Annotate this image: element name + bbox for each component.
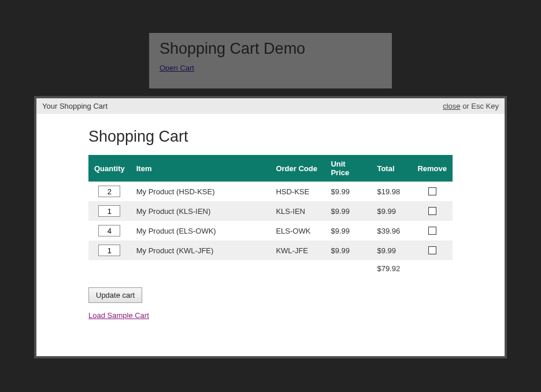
- item-name: My Product (KLS-IEN): [131, 201, 270, 221]
- modal-header-title: Your Shopping Cart: [42, 102, 108, 110]
- modal-close-area: close or Esc Key: [443, 102, 499, 110]
- remove-checkbox[interactable]: [428, 227, 436, 235]
- remove-checkbox[interactable]: [428, 187, 436, 195]
- esc-hint: or Esc Key: [461, 102, 499, 110]
- col-total: Total: [371, 155, 412, 182]
- col-item: Item: [131, 155, 270, 182]
- table-row: My Product (ELS-OWK)ELS-OWK$9.99$39.96: [88, 221, 453, 241]
- order-code: KWL-JFE: [270, 241, 325, 260]
- quantity-input[interactable]: [98, 245, 120, 256]
- quantity-input[interactable]: [98, 186, 120, 197]
- unit-price: $9.99: [325, 182, 371, 201]
- table-row: My Product (HSD-KSE)HSD-KSE$9.99$19.98: [88, 182, 453, 201]
- cart-table: Quantity Item Order Code Unit Price Tota…: [88, 155, 453, 277]
- cart-heading: Shopping Cart: [88, 128, 453, 146]
- line-total: $39.96: [371, 221, 412, 241]
- load-sample-cart-link[interactable]: Load Sample Cart: [88, 311, 149, 320]
- remove-checkbox[interactable]: [428, 207, 436, 215]
- grand-total-row: $79.92: [88, 260, 453, 277]
- modal-header: Your Shopping Cart close or Esc Key: [36, 98, 505, 114]
- col-unit-price: Unit Price: [325, 155, 371, 182]
- close-link[interactable]: close: [443, 102, 460, 110]
- item-name: My Product (ELS-OWK): [131, 221, 270, 241]
- col-order-code: Order Code: [270, 155, 325, 182]
- order-code: KLS-IEN: [270, 201, 325, 221]
- modal-body: Shopping Cart Quantity Item Order Code U…: [36, 114, 505, 331]
- line-total: $19.98: [371, 182, 412, 201]
- order-code: ELS-OWK: [270, 221, 325, 241]
- unit-price: $9.99: [325, 221, 371, 241]
- update-cart-button[interactable]: Update cart: [88, 287, 142, 303]
- table-row: My Product (KLS-IEN)KLS-IEN$9.99$9.99: [88, 201, 453, 221]
- table-row: My Product (KWL-JFE)KWL-JFE$9.99$9.99: [88, 241, 453, 260]
- unit-price: $9.99: [325, 241, 371, 260]
- unit-price: $9.99: [325, 201, 371, 221]
- cart-modal: Your Shopping Cart close or Esc Key Shop…: [34, 96, 507, 358]
- col-remove: Remove: [412, 155, 453, 182]
- order-code: HSD-KSE: [270, 182, 325, 201]
- line-total: $9.99: [371, 241, 412, 260]
- line-total: $9.99: [371, 201, 412, 221]
- col-quantity: Quantity: [88, 155, 131, 182]
- grand-total: $79.92: [371, 260, 412, 277]
- item-name: My Product (KWL-JFE): [131, 241, 270, 260]
- quantity-input[interactable]: [98, 205, 120, 217]
- table-header-row: Quantity Item Order Code Unit Price Tota…: [88, 155, 453, 182]
- quantity-input[interactable]: [98, 225, 120, 236]
- item-name: My Product (HSD-KSE): [131, 182, 270, 201]
- remove-checkbox[interactable]: [428, 246, 436, 254]
